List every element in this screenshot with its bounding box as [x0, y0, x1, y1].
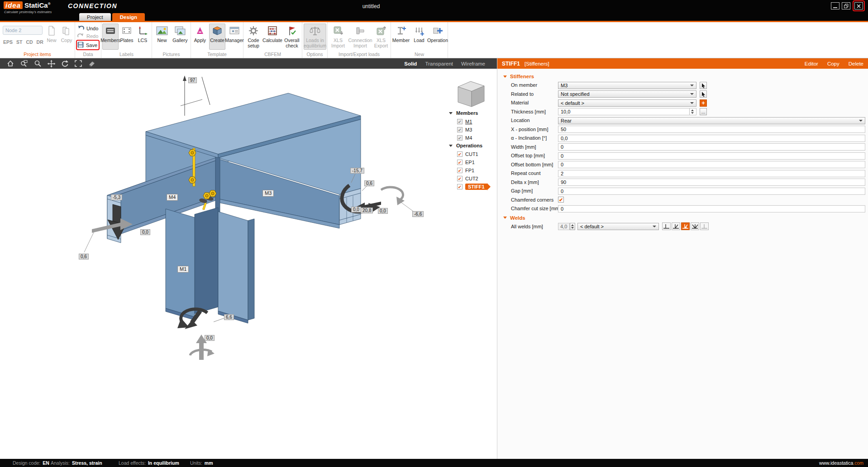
tree-item-stiff1[interactable]: ✔ STIFF1	[446, 183, 494, 190]
collapse-arrow-icon[interactable]	[449, 145, 453, 149]
end-plate[interactable]	[215, 155, 220, 214]
tree-item-m3[interactable]: ✔ M3	[446, 126, 472, 133]
location-dropdown[interactable]: Rear	[558, 117, 865, 124]
material-dropdown[interactable]: < default >	[558, 99, 696, 107]
xls-import-button[interactable]: XLS Import	[329, 24, 348, 50]
navigation-cube[interactable]	[458, 81, 484, 107]
weld-type-fillet-rear-icon[interactable]	[681, 222, 690, 230]
save-button[interactable]: Save	[77, 42, 97, 49]
minimize-button[interactable]	[831, 2, 839, 9]
gap-input[interactable]: 0	[558, 188, 865, 195]
section-collapse-icon[interactable]	[503, 75, 507, 78]
inclination-input[interactable]: 0,0	[558, 135, 865, 142]
related-to-dropdown[interactable]: Not specified	[558, 90, 696, 98]
loads-in-equilibrium-toggle[interactable]: Loads in equilibrium	[304, 24, 326, 50]
operation-checkbox[interactable]: ✔	[457, 184, 463, 189]
labels-members-toggle[interactable]: Members	[102, 24, 119, 50]
visibility-checkbox[interactable]: ✔	[457, 119, 463, 124]
add-material-button[interactable]: +	[700, 99, 707, 107]
mode-transparent[interactable]: Transparent	[425, 61, 453, 66]
code-st[interactable]: ST	[16, 39, 22, 45]
pan-icon[interactable]	[46, 59, 56, 68]
weld-type-fillet-front-icon[interactable]	[672, 222, 680, 230]
tab-design[interactable]: Design	[112, 13, 145, 21]
labels-lcs-toggle[interactable]: LCS	[135, 24, 150, 50]
mode-solid[interactable]: Solid	[404, 61, 417, 66]
offset-bottom-input[interactable]: 0	[558, 161, 865, 168]
copy-project-item-button[interactable]: Copy	[59, 24, 74, 50]
tree-item-m4[interactable]: ✔ M4	[446, 134, 472, 142]
new-member-button[interactable]: Member	[392, 24, 410, 50]
labels-plates-toggle[interactable]: Plates	[119, 24, 134, 50]
delta-x-input[interactable]: 90	[558, 179, 865, 186]
weld-size-stepper[interactable]	[570, 223, 575, 230]
picture-new-button[interactable]: New	[154, 24, 170, 50]
project-item-name-input[interactable]	[3, 26, 43, 35]
tree-section-operations[interactable]: Operations	[446, 142, 482, 149]
weld-size-input[interactable]: 4,0	[558, 223, 570, 230]
operation-checkbox[interactable]: ✔	[457, 168, 463, 173]
viewport-canvas[interactable]: Members ✔ M1 ✔ M3 ✔ M4 Operations	[0, 69, 495, 459]
collapse-arrow-icon[interactable]	[449, 112, 453, 116]
weld-material-dropdown[interactable]: < default >	[577, 223, 659, 230]
tree-item-ep1[interactable]: ✔ EP1	[446, 158, 475, 166]
tree-item-cut1[interactable]: ✔ CUT1	[446, 150, 478, 158]
xls-export-button[interactable]: XLS Export	[372, 24, 390, 50]
chamfer-cut-size-input[interactable]: 0	[558, 205, 865, 212]
model-3d-view[interactable]	[0, 69, 495, 459]
website-link[interactable]: www.ideastatica.com	[819, 460, 863, 466]
code-eps[interactable]: EPS	[3, 39, 13, 45]
stepper-arrows[interactable]	[689, 108, 694, 115]
visibility-checkbox[interactable]: ✔	[457, 127, 463, 132]
code-dr[interactable]: DR	[37, 39, 43, 45]
rotate-view-icon[interactable]	[60, 59, 70, 68]
chamfered-corners-checkbox[interactable]: ✔	[558, 197, 564, 203]
tree-item-fp1[interactable]: ✔ FP1	[446, 166, 474, 174]
connection-import-button[interactable]: Connection Import	[348, 24, 372, 50]
x-position-input[interactable]: 50	[558, 126, 865, 133]
close-button[interactable]	[854, 2, 863, 9]
home-view-icon[interactable]	[5, 59, 15, 68]
pick-member-button[interactable]	[700, 82, 707, 89]
section-welds[interactable]: Welds	[497, 213, 868, 222]
visibility-checkbox[interactable]: ✔	[457, 135, 463, 141]
weld-type-both-sides-icon[interactable]	[691, 222, 699, 230]
new-project-item-button[interactable]: New	[44, 24, 59, 50]
delete-operation-button[interactable]: Delete	[849, 61, 863, 66]
operation-checkbox[interactable]: ✔	[457, 151, 463, 157]
section-collapse-icon[interactable]	[503, 217, 507, 219]
calculate-button[interactable]: Calculate	[263, 24, 281, 50]
clipping-tool-icon[interactable]	[87, 59, 97, 68]
member-m1-column[interactable]	[166, 208, 254, 323]
redo-button[interactable]: Redo	[77, 33, 98, 40]
section-stiffeners[interactable]: Stiffeners	[497, 72, 868, 81]
template-apply-button[interactable]: Apply	[192, 24, 208, 50]
maximize-button[interactable]	[842, 2, 850, 9]
picture-gallery-button[interactable]: Gallery	[171, 24, 189, 50]
weld-type-none-icon[interactable]	[700, 222, 709, 230]
pick-related-button[interactable]	[700, 90, 707, 98]
operation-checkbox[interactable]: ✔	[457, 176, 463, 181]
template-manager-button[interactable]: Manager	[226, 24, 243, 50]
mode-wireframe[interactable]: Wireframe	[461, 61, 485, 66]
offset-top-input[interactable]: 0	[558, 152, 865, 160]
zoom-window-icon[interactable]	[19, 59, 29, 68]
template-create-button[interactable]: Create	[209, 24, 225, 50]
tree-item-cut2[interactable]: ✔ CUT2	[446, 175, 478, 182]
zoom-fit-icon[interactable]	[73, 59, 83, 68]
editor-button[interactable]: Editor	[805, 61, 818, 66]
repeat-count-input[interactable]: 2	[558, 170, 865, 177]
copy-operation-button[interactable]: Copy	[827, 61, 839, 66]
zoom-icon[interactable]	[33, 59, 43, 68]
on-member-dropdown[interactable]: M3	[558, 82, 696, 89]
code-setup-button[interactable]: Code setup	[244, 24, 262, 50]
new-operation-button[interactable]: Operation	[428, 24, 447, 50]
code-cd[interactable]: CD	[26, 39, 33, 45]
new-load-button[interactable]: Load	[411, 24, 427, 50]
tab-project[interactable]: Project	[79, 13, 111, 21]
tree-item-m1[interactable]: ✔ M1	[446, 118, 472, 125]
thickness-stepper[interactable]: 10,0	[558, 108, 696, 115]
width-input[interactable]: 0	[558, 143, 865, 151]
weld-type-butt-icon[interactable]	[662, 222, 671, 230]
selected-tree-item[interactable]: STIFF1	[465, 184, 487, 190]
